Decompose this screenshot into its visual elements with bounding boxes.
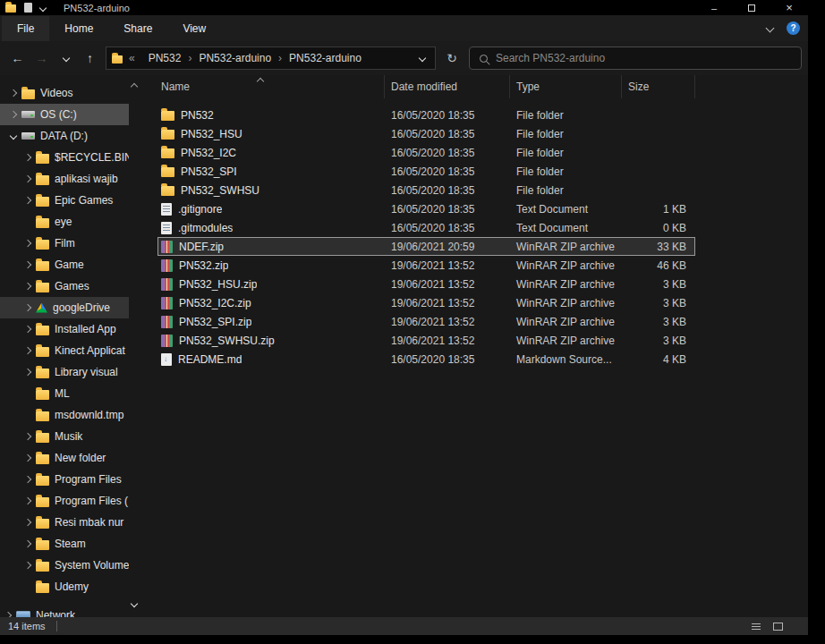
ribbon-tab[interactable]: View: [167, 16, 221, 41]
sidebar-item[interactable]: Kinect Applicat: [0, 340, 129, 361]
folder-icon: [36, 175, 49, 185]
file-row[interactable]: PN532_I2C 16/05/2020 18:35 File folder: [157, 143, 695, 162]
sidebar-item[interactable]: Steam: [0, 533, 129, 555]
expand-chevron-icon[interactable]: [10, 111, 17, 118]
expand-chevron-icon[interactable]: [24, 261, 31, 268]
expand-chevron-icon[interactable]: [24, 454, 31, 462]
file-row[interactable]: PN532_I2C.zip 19/06/2021 13:52 WinRAR ZI…: [157, 293, 695, 312]
sidebar-item[interactable]: Musik: [0, 426, 129, 447]
sidebar-item[interactable]: Resi mbak nur: [0, 512, 129, 533]
expand-chevron-icon[interactable]: [24, 240, 31, 247]
expand-chevron-icon[interactable]: [10, 132, 17, 140]
expand-chevron-icon[interactable]: [24, 326, 31, 333]
ribbon-tab[interactable]: Home: [49, 16, 108, 41]
column-header-date-modified[interactable]: Date modified: [385, 75, 510, 98]
address-bar[interactable]: « PN532 › PN532-arduino › PN532-arduino: [106, 47, 436, 70]
sidebar-item[interactable]: Videos: [0, 82, 129, 104]
file-type: File folder: [510, 181, 622, 199]
sidebar-item[interactable]: Film: [0, 233, 129, 254]
search-input[interactable]: Search PN532-arduino: [469, 47, 802, 70]
expand-chevron-icon[interactable]: [4, 612, 12, 617]
expand-chevron-icon[interactable]: [24, 497, 31, 504]
file-row[interactable]: PN532_SWHSU 16/05/2020 18:35 File folder: [157, 181, 695, 199]
file-row[interactable]: PN532_HSU.zip 19/06/2021 13:52 WinRAR ZI…: [157, 275, 695, 293]
expand-chevron-icon[interactable]: [24, 304, 31, 311]
expand-chevron-icon[interactable]: [24, 197, 31, 204]
recent-locations-chevron[interactable]: [55, 47, 77, 70]
ribbon-tab[interactable]: Share: [108, 16, 167, 41]
ribbon-tab[interactable]: File: [2, 16, 49, 41]
sidebar-item[interactable]: System Volume: [0, 555, 129, 576]
column-header-size[interactable]: Size: [622, 75, 695, 98]
file-row[interactable]: NDEF.zip 19/06/2021 20:59 WinRAR ZIP arc…: [157, 237, 695, 256]
sidebar-item[interactable]: OS (C:): [0, 104, 129, 125]
sidebar-item[interactable]: Program Files (: [0, 490, 129, 512]
file-type: File folder: [510, 162, 622, 181]
close-button[interactable]: ×: [770, 0, 808, 15]
file-row[interactable]: .gitignore 16/05/2020 18:35 Text Documen…: [157, 199, 695, 218]
minimize-button[interactable]: –: [695, 0, 733, 15]
sidebar-item[interactable]: Game: [0, 254, 129, 275]
sidebar-item[interactable]: Program Files: [0, 469, 129, 490]
address-dropdown-button[interactable]: [415, 55, 430, 61]
sidebar-scroll-up-icon[interactable]: [131, 83, 138, 90]
maximize-button[interactable]: [733, 0, 770, 15]
breadcrumb-item[interactable]: PN532-arduino: [196, 52, 274, 64]
expand-chevron-icon[interactable]: [24, 519, 31, 526]
expand-chevron-icon[interactable]: [24, 154, 31, 161]
sidebar-item[interactable]: $RECYCLE.BIN: [0, 147, 129, 168]
file-date-modified: 19/06/2021 13:52: [385, 331, 510, 350]
breadcrumb-item[interactable]: PN532-arduino: [286, 52, 364, 64]
forward-button[interactable]: →: [30, 47, 53, 70]
up-button[interactable]: ↑: [79, 47, 101, 70]
expand-chevron-icon[interactable]: [24, 347, 31, 354]
file-row[interactable]: PN532_HSU 16/05/2020 18:35 File folder: [157, 124, 695, 143]
sidebar-item[interactable]: Games: [0, 275, 129, 297]
file-row[interactable]: PN532_SPI.zip 19/06/2021 13:52 WinRAR ZI…: [157, 312, 695, 331]
quick-access-properties-icon[interactable]: [24, 3, 32, 13]
quick-access-customize-chevron-icon[interactable]: [39, 4, 47, 11]
column-header-type[interactable]: Type: [510, 75, 622, 98]
file-row[interactable]: .gitmodules 16/05/2020 18:35 Text Docume…: [157, 218, 695, 237]
file-row[interactable]: PN532_SWHSU.zip 19/06/2021 13:52 WinRAR …: [157, 331, 695, 350]
expand-chevron-icon[interactable]: [24, 562, 31, 569]
sidebar-item[interactable]: googleDrive: [0, 297, 129, 318]
expand-ribbon-chevron-icon[interactable]: [766, 24, 775, 33]
expand-chevron-icon[interactable]: [24, 283, 31, 290]
file-row[interactable]: PN532.zip 19/06/2021 13:52 WinRAR ZIP ar…: [157, 256, 695, 275]
sidebar-item[interactable]: Network: [0, 605, 129, 617]
breadcrumb-item[interactable]: PN532: [146, 52, 184, 64]
expand-chevron-icon[interactable]: [24, 433, 31, 440]
sidebar-item[interactable]: Udemy: [0, 576, 129, 597]
sidebar-item[interactable]: aplikasi wajib: [0, 168, 129, 190]
sidebar-item[interactable]: msdownld.tmp: [0, 404, 129, 426]
sidebar-item[interactable]: Epic Games: [0, 190, 129, 211]
sidebar-scroll-down-icon[interactable]: [131, 600, 138, 607]
expand-chevron-icon[interactable]: [24, 476, 31, 483]
sidebar-item[interactable]: Library visual: [0, 361, 129, 383]
file-name-cell: PN532_HSU.zip: [157, 275, 385, 293]
refresh-button[interactable]: ↻: [440, 47, 464, 70]
sidebar-item[interactable]: Installed App: [0, 318, 129, 340]
file-row[interactable]: PN532_SPI 16/05/2020 18:35 File folder: [157, 162, 695, 181]
sidebar-item[interactable]: ML: [0, 383, 129, 404]
expand-chevron-icon[interactable]: [24, 540, 31, 547]
sidebar-item[interactable]: New folder: [0, 447, 129, 469]
search-placeholder: Search PN532-arduino: [496, 52, 605, 64]
sidebar-item[interactable]: eye: [0, 211, 129, 233]
sidebar-item[interactable]: DATA (D:): [0, 125, 129, 147]
breadcrumb-overflow-button[interactable]: «: [127, 52, 137, 64]
details-view-button[interactable]: [748, 619, 764, 633]
help-icon[interactable]: ?: [787, 21, 800, 35]
expand-chevron-icon[interactable]: [24, 175, 31, 182]
file-size: 3 KB: [622, 312, 695, 331]
expand-chevron-icon[interactable]: [10, 89, 17, 97]
view-toggles: [748, 619, 800, 633]
column-header-name[interactable]: Name: [143, 75, 385, 98]
expand-chevron-icon[interactable]: [24, 369, 31, 376]
sidebar-item-label: New folder: [55, 452, 129, 464]
large-icons-view-button[interactable]: [770, 619, 786, 633]
back-button[interactable]: ←: [6, 47, 29, 70]
file-row[interactable]: PN532 16/05/2020 18:35 File folder: [157, 106, 695, 124]
file-row[interactable]: README.md 16/05/2020 18:35 Markdown Sour…: [157, 350, 695, 369]
